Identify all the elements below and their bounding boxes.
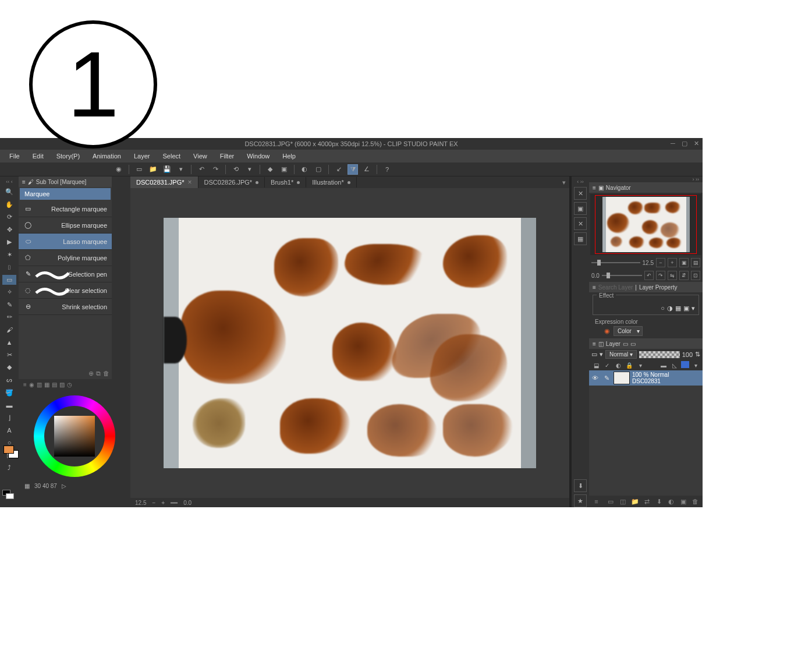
marker-tool[interactable]: ✶ [2, 250, 16, 260]
flip-h-button[interactable]: ⇋ [668, 271, 677, 280]
lock-button[interactable]: 🔒 [625, 361, 634, 369]
reference-button[interactable]: ✓ [602, 361, 612, 369]
invert-button[interactable]: ◐ [299, 164, 310, 175]
transform-button[interactable]: ▣ [279, 164, 289, 175]
history-icon[interactable]: ◷ [67, 381, 72, 391]
rotate-right-button[interactable]: ↷ [656, 271, 665, 280]
mask-layer-button[interactable]: ◐ [666, 497, 676, 506]
nav-actual-button[interactable]: ▤ [691, 258, 700, 267]
tone-effect-button[interactable]: ◑ [667, 305, 673, 312]
clip-button[interactable]: ⬓ [591, 361, 601, 369]
pattern-effect-button[interactable]: ▦ [675, 305, 681, 312]
chevron-down-icon[interactable]: ▾ [600, 351, 603, 358]
fill-tool[interactable]: 🪣 [2, 387, 16, 398]
layer-property-tab[interactable]: Layer Property [639, 284, 678, 291]
menu-edit[interactable]: Edit [27, 151, 49, 161]
clip-studio-icon[interactable]: ◉ [114, 164, 124, 175]
navigator-view[interactable] [590, 194, 701, 255]
flip-v-button[interactable]: ⇵ [679, 271, 689, 280]
subtool-clear-selection[interactable]: ◌ Clear selection [19, 282, 112, 299]
subtool-selection-pen[interactable]: ✎ Selection pen [19, 266, 112, 282]
doc-tab-2[interactable]: DSC02826.JPG* [198, 177, 265, 188]
visibility-toggle[interactable]: 👁 [590, 374, 600, 381]
undo-button[interactable]: ↶ [196, 164, 207, 175]
save-button[interactable]: 💾 [162, 164, 172, 175]
color-set-icon[interactable]: ▦ [44, 381, 49, 391]
menu-animation[interactable]: Animation [87, 151, 127, 161]
layer-row[interactable]: 👁 ✎ 100 % Normal DSC02831 [589, 370, 703, 386]
intermediate-icon[interactable]: ▤ [52, 381, 57, 391]
apply-mask-button[interactable]: ▣ [678, 497, 688, 506]
move-tool[interactable]: ✥ [2, 225, 16, 235]
subtool-ellipse[interactable]: ◯ Ellipse marquee [19, 217, 112, 234]
panel-menu-icon[interactable]: ≡ [591, 497, 601, 506]
redo-button[interactable]: ↷ [210, 164, 221, 175]
operation-tool[interactable]: ▶ [2, 237, 16, 248]
close-button[interactable]: ✕ [692, 139, 700, 147]
doc-tab-3[interactable]: Brush1* [265, 177, 306, 188]
collapse-right-icon[interactable]: ‹ ›› [573, 179, 587, 185]
brush-tool[interactable]: 🖌 [2, 325, 16, 335]
fill-button[interactable]: ◆ [265, 164, 275, 175]
zoom-in-button[interactable]: + [161, 500, 165, 506]
layer-color-button[interactable]: ▣ [683, 305, 689, 312]
menu-story[interactable]: Story(P) [51, 151, 86, 161]
correct-tool[interactable]: ⤴ [2, 462, 16, 473]
duplicate-subtool-button[interactable]: ⧉ [96, 370, 101, 378]
edit-target-icon[interactable]: ✎ [602, 374, 611, 382]
lock-menu-button[interactable]: ▾ [636, 361, 645, 369]
draft-button[interactable]: ◐ [614, 361, 623, 369]
delete-subtool-button[interactable]: 🗑 [103, 370, 109, 378]
rotate-tool[interactable]: ⟳ [2, 212, 16, 222]
layer-tab-3-icon[interactable]: ▭ [630, 341, 636, 347]
zoom-tool[interactable]: 🔍 [2, 187, 16, 197]
subtool-shrink-selection[interactable]: ⊖ Shrink selection [19, 299, 112, 315]
eraser-tool[interactable]: ◆ [2, 362, 16, 373]
expression-color-select[interactable]: Color ▾ [614, 326, 643, 336]
new-folder-button[interactable]: 📁 [630, 497, 640, 506]
layer-color-chip[interactable] [681, 361, 689, 368]
new-vector-layer-button[interactable]: ◫ [618, 497, 628, 506]
blend-mode-select[interactable]: Normal ▾ [605, 350, 637, 359]
reset-rotate-button[interactable]: ⊡ [691, 271, 700, 280]
menu-window[interactable]: Window [241, 151, 275, 161]
subtool-polyline[interactable]: ⬠ Polyline marquee [19, 250, 112, 266]
bw-swatch[interactable] [2, 490, 10, 501]
color-bar-icon[interactable]: ▥ [37, 381, 42, 391]
layer-menu-button[interactable]: ▾ [691, 361, 700, 369]
wand-tool[interactable]: ✧ [2, 287, 16, 298]
favorite-button[interactable]: ★ [574, 494, 587, 507]
snap-ruler-button[interactable]: ↙ [334, 164, 344, 175]
collapse-far-right-icon[interactable]: › ›› [689, 176, 703, 182]
rotate-left-button[interactable]: ↶ [644, 271, 654, 280]
open-file-button[interactable]: 📁 [148, 164, 158, 175]
gradient-tool[interactable]: ▬ [2, 400, 16, 411]
sv-square[interactable] [54, 416, 95, 457]
new-file-button[interactable]: ▭ [134, 164, 144, 175]
opacity-slider[interactable] [639, 351, 680, 358]
new-raster-layer-button[interactable]: ▭ [606, 497, 616, 506]
panel-menu-icon[interactable]: ≡ [593, 341, 596, 347]
merge-button[interactable]: ⬇ [654, 497, 664, 506]
fg-bg-swatch[interactable] [3, 446, 20, 460]
color-circle-icon[interactable]: ◉ [29, 381, 34, 391]
subtool-rectangle[interactable]: ▭ Rectangle marquee [19, 201, 112, 217]
doc-tab-4[interactable]: Illustration* [306, 177, 356, 188]
airbrush-tool[interactable]: ▲ [2, 337, 16, 348]
menu-select[interactable]: Select [157, 151, 187, 161]
marquee-tool[interactable]: ▭ [2, 275, 16, 285]
add-subtool-button[interactable]: ⊕ [88, 370, 94, 378]
transfer-button[interactable]: ⇄ [642, 497, 652, 506]
delete-layer-button[interactable]: 🗑 [690, 497, 700, 506]
menu-filter[interactable]: Filter [214, 151, 240, 161]
snap-special-button[interactable]: ⧩ [348, 164, 358, 175]
clear-menu-button[interactable]: ▾ [244, 164, 255, 175]
snap-grid-button[interactable]: ∠ [361, 164, 372, 175]
palette-color-button[interactable]: ▭ [591, 351, 597, 358]
subtool-lasso[interactable]: ⬭ Lasso marquee [19, 234, 112, 250]
mask-button[interactable]: ▬ [659, 361, 668, 369]
menu-view[interactable]: View [187, 151, 213, 161]
navigator-viewport-frame[interactable] [595, 195, 697, 254]
eyedropper-tool[interactable]: 𖡎 [2, 262, 16, 273]
figure-tool[interactable]: ⌋ [2, 412, 16, 423]
